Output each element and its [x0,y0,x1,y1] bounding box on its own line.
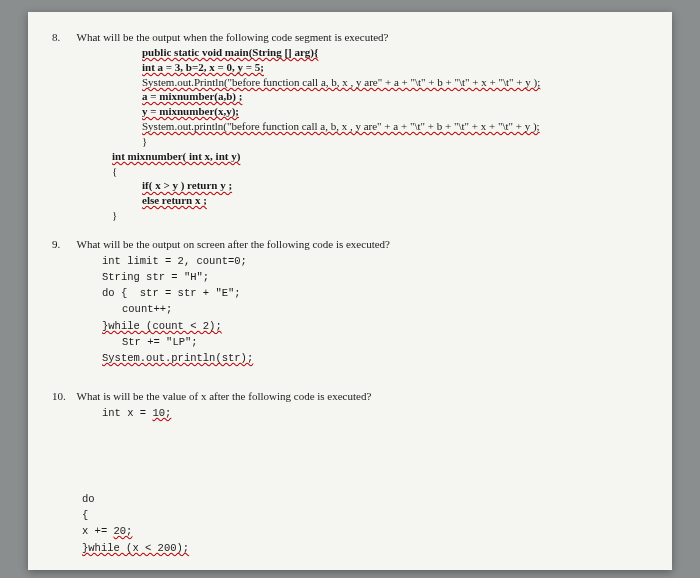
q8-code-line-3: a = mixnumber(a,b) ; [142,89,648,104]
q8-code-line-9: if( x > y ) return y ; [142,178,648,193]
q9-number: 9. [52,237,74,252]
q10-code-line-3: x += 20; [82,524,648,538]
q8-prompt: What will be the output when the followi… [77,31,389,43]
q9-code-line-5: Str += "LP"; [122,335,648,349]
q8-code-line-0: public static void main(String [] arg){ [142,45,648,60]
gap [52,420,648,490]
q8-code-line-6: } [142,134,648,149]
q8-code-line-2: System.out.Println("before function call… [142,75,648,90]
q10-code-line-0: int x = 10; [102,406,648,420]
q10-code-line-2: { [82,508,648,522]
q9-prompt: What will be the output on screen after … [77,238,390,250]
q10-number: 10. [52,389,74,404]
q9-prompt-line: 9. What will be the output on screen aft… [52,237,648,252]
q8-code-line-1: int a = 3, b=2, x = 0, y = 5; [142,60,648,75]
question-8: 8. What will be the output when the foll… [52,30,648,223]
q9-code-line-0: int limit = 2, count=0; [102,254,648,268]
q10-code-line-4: }while (x < 200); [82,541,648,555]
q8-code-line-5: System.out.println("before function call… [142,119,648,134]
q8-code-line-11: } [112,208,648,223]
q9-code-line-4: }while (count < 2); [102,319,648,333]
q10-prompt-line: 10. What is will be the value of x after… [52,389,648,404]
q10-code-line-1: do [82,492,648,506]
q9-code-line-1: String str = "H"; [102,270,648,284]
q8-code-line-4: y = mixnumber(x,y); [142,104,648,119]
q8-number: 8. [52,30,74,45]
question-9: 9. What will be the output on screen aft… [52,237,648,365]
q8-code-line-10: else return x ; [142,193,648,208]
q9-code-line-3: count++; [122,302,648,316]
spacer [52,379,648,389]
q8-code-line-7: int mixnumber( int x, int y) [112,149,648,164]
q8-prompt-line: 8. What will be the output when the foll… [52,30,648,45]
worksheet-page: 8. What will be the output when the foll… [28,12,672,570]
q8-code-line-8: { [112,164,648,179]
q9-code-line-6: System.out.println(str); [102,351,648,365]
q10-prompt: What is will be the value of x after the… [77,390,372,402]
q9-code-line-2: do { str = str + "E"; [102,286,648,300]
question-10: 10. What is will be the value of x after… [52,389,648,555]
